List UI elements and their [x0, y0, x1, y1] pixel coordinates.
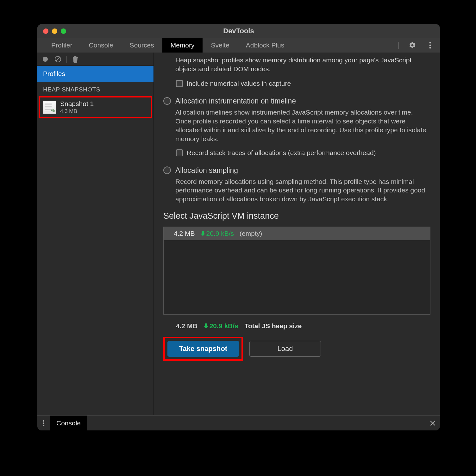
arrow-down-icon [201, 231, 205, 236]
tab-strip: Profiler Console Sources Memory Svelte A… [37, 38, 440, 53]
close-window-button[interactable] [43, 28, 48, 34]
vm-instance-size: 4.2 MB [174, 230, 195, 237]
tab-svelte[interactable]: Svelte [203, 38, 237, 53]
heap-snapshot-description: Heap snapshot profiles show memory distr… [175, 56, 430, 73]
tab-memory[interactable]: Memory [162, 38, 203, 53]
content-area: Heap snapshot profiles show memory distr… [154, 53, 440, 415]
allocation-timeline-label: Allocation instrumentation on timeline [175, 97, 296, 105]
separator [66, 56, 67, 63]
tab-profiler[interactable]: Profiler [43, 38, 81, 53]
arrow-down-icon [204, 323, 208, 329]
sidebar: Profiles HEAP SNAPSHOTS Snapshot 1 4.3 M… [37, 53, 154, 415]
gear-icon[interactable] [408, 41, 416, 49]
vm-instance-section-title: Select JavaScript VM instance [163, 211, 430, 221]
window-title: DevTools [37, 27, 440, 35]
devtools-window: DevTools Profiler Console Sources Memory… [37, 24, 440, 430]
sidebar-toolbar [37, 53, 153, 66]
snapshot-item[interactable]: Snapshot 1 4.3 MB [39, 96, 152, 118]
heap-summary-rate: 20.9 kB/s [204, 322, 238, 330]
svg-point-3 [43, 57, 48, 62]
heap-summary-label: Total JS heap size [245, 322, 302, 330]
main-area: Profiles HEAP SNAPSHOTS Snapshot 1 4.3 M… [37, 53, 440, 415]
sidebar-tab-profiles[interactable]: Profiles [37, 66, 153, 82]
allocation-sampling-description: Record memory allocations using sampling… [163, 177, 430, 204]
include-numerical-values-label: Include numerical values in capture [187, 80, 291, 87]
tab-sources[interactable]: Sources [122, 38, 162, 53]
snapshot-thumbnail-icon [43, 101, 56, 114]
sidebar-section-heap-snapshots: HEAP SNAPSHOTS [37, 82, 153, 96]
record-stack-traces-checkbox[interactable] [176, 149, 183, 156]
allocation-timeline-radio[interactable] [163, 97, 171, 105]
take-snapshot-highlight: Take snapshot [163, 337, 243, 361]
allocation-timeline-description: Allocation timelines show instrumented J… [163, 108, 430, 143]
svg-point-2 [429, 47, 431, 49]
drawer: Console [37, 415, 440, 430]
svg-point-6 [43, 420, 45, 422]
vm-instance-list: 4.2 MB 20.9 kB/s (empty) [163, 227, 430, 315]
take-snapshot-button[interactable]: Take snapshot [167, 341, 239, 357]
clear-icon[interactable] [54, 55, 62, 63]
heap-summary-row: 4.2 MB 20.9 kB/s Total JS heap size [163, 315, 430, 332]
vm-instance-row[interactable]: 4.2 MB 20.9 kB/s (empty) [164, 227, 430, 240]
heap-summary-size: 4.2 MB [176, 322, 197, 330]
vm-instance-rate: 20.9 kB/s [201, 230, 234, 237]
allocation-sampling-label: Allocation sampling [175, 166, 238, 175]
include-numerical-values-checkbox[interactable] [176, 80, 183, 87]
svg-point-1 [429, 45, 431, 46]
svg-line-5 [56, 57, 60, 61]
record-stack-traces-label: Record stack traces of allocations (extr… [187, 149, 376, 157]
snapshot-title: Snapshot 1 [60, 100, 94, 108]
tab-adblock-plus[interactable]: Adblock Plus [238, 38, 292, 53]
drawer-tab-console[interactable]: Console [50, 416, 87, 430]
allocation-sampling-radio[interactable] [163, 166, 171, 174]
kebab-menu-icon[interactable] [426, 41, 434, 49]
svg-point-7 [43, 422, 45, 424]
record-icon[interactable] [41, 55, 49, 63]
svg-point-8 [43, 424, 45, 426]
svg-point-0 [429, 42, 431, 44]
drawer-kebab-menu-icon[interactable] [37, 416, 50, 430]
trash-icon[interactable] [71, 55, 79, 63]
separator [398, 42, 399, 49]
snapshot-size: 4.3 MB [60, 108, 94, 115]
tab-console[interactable]: Console [81, 38, 122, 53]
load-button[interactable]: Load [249, 341, 321, 357]
drawer-close-icon[interactable] [425, 416, 440, 430]
titlebar: DevTools [37, 24, 440, 38]
traffic-lights [43, 28, 66, 34]
maximize-window-button[interactable] [61, 28, 66, 34]
minimize-window-button[interactable] [52, 28, 57, 34]
vm-instance-name: (empty) [240, 230, 262, 237]
